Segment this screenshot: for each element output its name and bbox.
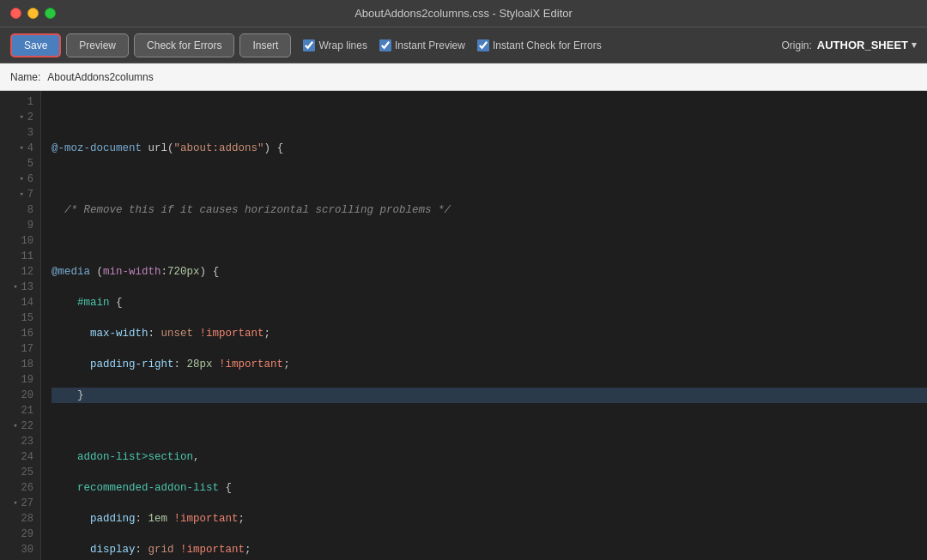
origin-label: Origin: xyxy=(781,39,811,51)
window-title: AboutAddons2columns.css - StyloaiX Edito… xyxy=(354,7,573,20)
code-line-7: #main { xyxy=(52,295,927,310)
line-num-14: 14 xyxy=(0,295,40,310)
titlebar: AboutAddons2columns.css - StyloaiX Edito… xyxy=(0,0,927,27)
wrap-lines-option[interactable]: Wrap lines xyxy=(303,39,367,51)
line-num-15: 15 xyxy=(0,310,40,326)
line-num-4: ▾4 xyxy=(0,141,40,156)
line-num-19: 19 xyxy=(0,372,40,388)
code-line-13: recommended-addon-list { xyxy=(52,480,927,496)
instant-preview-option[interactable]: Instant Preview xyxy=(379,39,465,51)
line-num-12: 12 xyxy=(0,264,40,280)
code-line-14: padding: 1em !important; xyxy=(52,511,927,527)
line-num-26: 26 xyxy=(0,480,40,496)
code-line-9: padding-right: 28px !important; xyxy=(52,357,927,372)
code-line-2: @-moz-document url("about:addons") { xyxy=(52,141,927,156)
code-line-15: display: grid !important; xyxy=(52,542,927,557)
wrap-lines-checkbox[interactable] xyxy=(303,39,315,51)
instant-check-option[interactable]: Instant Check for Errors xyxy=(477,39,602,51)
origin-select[interactable]: AUTHOR_SHEET ▾ xyxy=(817,39,917,51)
line-num-17: 17 xyxy=(0,341,40,357)
editor[interactable]: 1 ▾2 3 ▾4 5 ▾6 ▾7 8 9 10 11 12 ▾13 14 15… xyxy=(0,91,927,560)
minimize-button[interactable] xyxy=(27,8,39,19)
line-num-29: 29 xyxy=(0,527,40,542)
line-num-25: 25 xyxy=(0,465,40,480)
line-num-6: ▾6 xyxy=(0,172,40,187)
traffic-lights xyxy=(10,8,56,19)
code-line-8: max-width: unset !important; xyxy=(52,326,927,341)
line-num-30: 30 xyxy=(0,542,40,557)
line-num-23: 23 xyxy=(0,434,40,449)
close-button[interactable] xyxy=(10,8,21,19)
preview-button[interactable]: Preview xyxy=(66,33,129,57)
line-num-22: ▾22 xyxy=(0,418,40,434)
maximize-button[interactable] xyxy=(45,8,56,19)
instant-preview-label: Instant Preview xyxy=(395,39,465,51)
origin-group: Origin: AUTHOR_SHEET ▾ xyxy=(781,39,917,51)
style-name: AboutAddons2columns xyxy=(47,71,153,83)
wrap-lines-label: Wrap lines xyxy=(318,39,367,51)
line-num-21: 21 xyxy=(0,403,40,418)
line-num-3: 3 xyxy=(0,125,40,141)
code-line-6: @media (min-width:720px) { xyxy=(52,264,927,280)
line-num-7: ▾7 xyxy=(0,187,40,202)
line-num-16: 16 xyxy=(0,326,40,341)
code-line-10: } xyxy=(52,388,927,403)
instant-preview-checkbox[interactable] xyxy=(379,39,391,51)
line-num-5: 5 xyxy=(0,156,40,172)
line-num-8: 8 xyxy=(0,202,40,218)
code-area[interactable]: @-moz-document url("about:addons") { /* … xyxy=(41,91,927,560)
line-num-18: 18 xyxy=(0,357,40,372)
instant-check-checkbox[interactable] xyxy=(477,39,489,51)
line-num-13: ▾13 xyxy=(0,280,40,295)
code-line-1 xyxy=(52,110,927,125)
line-num-11: 11 xyxy=(0,249,40,264)
line-num-10: 10 xyxy=(0,233,40,249)
checkbox-group: Wrap lines Instant Preview Instant Check… xyxy=(303,39,601,51)
line-num-9: 9 xyxy=(0,218,40,233)
line-num-27: ▾27 xyxy=(0,496,40,511)
check-errors-button[interactable]: Check for Errors xyxy=(134,33,234,57)
code-line-3 xyxy=(52,172,927,187)
save-button[interactable]: Save xyxy=(10,33,61,57)
code-line-4: /* Remove this if it causes horizontal s… xyxy=(52,202,927,218)
toolbar: Save Preview Check for Errors Insert Wra… xyxy=(0,27,927,63)
insert-button[interactable]: Insert xyxy=(239,33,291,57)
name-label: Name: xyxy=(10,71,40,83)
instant-check-label: Instant Check for Errors xyxy=(493,39,602,51)
line-num-1: 1 xyxy=(0,94,40,110)
chevron-down-icon: ▾ xyxy=(912,39,917,51)
line-num-2: ▾2 xyxy=(0,110,40,125)
line-num-24: 24 xyxy=(0,449,40,465)
origin-value: AUTHOR_SHEET xyxy=(817,39,908,51)
line-numbers: 1 ▾2 3 ▾4 5 ▾6 ▾7 8 9 10 11 12 ▾13 14 15… xyxy=(0,91,41,560)
code-line-11 xyxy=(52,418,927,434)
code-line-5 xyxy=(52,233,927,249)
line-num-28: 28 xyxy=(0,511,40,527)
namebar: Name: AboutAddons2columns xyxy=(0,63,927,91)
line-num-20: 20 xyxy=(0,388,40,403)
code-line-12: addon-list>section, xyxy=(52,449,927,465)
